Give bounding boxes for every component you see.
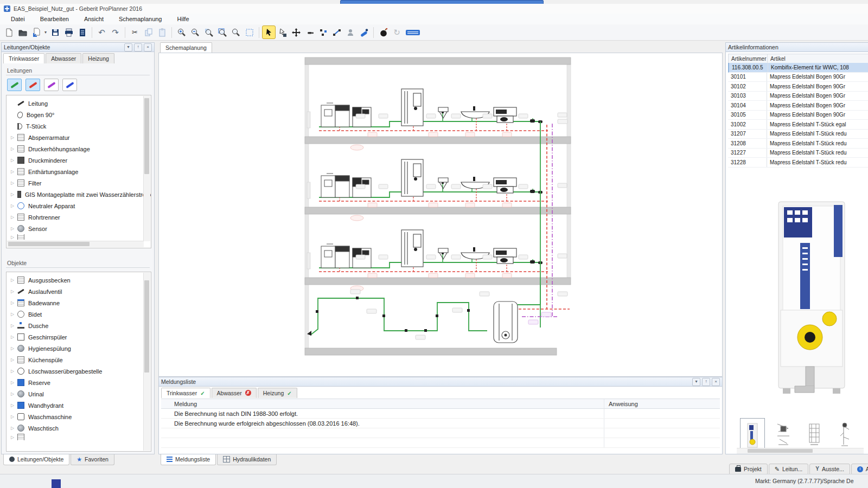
panel-menu-icon[interactable]: ▾: [692, 378, 700, 386]
menu-schemaplanung[interactable]: Schemaplanung: [118, 15, 163, 23]
open-icon[interactable]: [16, 25, 29, 39]
zoom-out-icon[interactable]: [188, 25, 202, 39]
article-row[interactable]: 31208Mapress Edelstahl T-Stück redu: [728, 139, 868, 149]
article-row[interactable]: 30104Mapress Edelstahl Bogen 90Gr: [728, 101, 868, 111]
objects-item-bidet[interactable]: Bidet: [7, 309, 151, 320]
panel-menu-icon[interactable]: ▾: [124, 43, 132, 52]
pipes-item-sensor[interactable]: Sensor: [7, 223, 151, 234]
tab-abwasser[interactable]: Abwasser: [46, 53, 81, 63]
import-dropdown-icon[interactable]: ▾: [43, 25, 48, 39]
cold-water-line-button[interactable]: [7, 79, 22, 91]
panel-close-icon[interactable]: ×: [712, 378, 720, 386]
objects-item-waschtisch[interactable]: Waschtisch: [7, 422, 151, 434]
zoom-region-icon[interactable]: [229, 25, 242, 39]
refresh-icon[interactable]: ↻: [390, 25, 404, 39]
article-row[interactable]: 116.308.00.5Kombifix-Element für WWC, 10…: [728, 63, 868, 73]
menu-bearbeiten[interactable]: Bearbeiten: [39, 15, 70, 23]
heating-line-button[interactable]: [62, 79, 77, 91]
msg-tab-heizung[interactable]: Heizung: [258, 388, 297, 398]
object-pointer-tool-icon[interactable]: [276, 25, 289, 39]
connect-tool-icon[interactable]: [330, 25, 343, 39]
paste-icon[interactable]: [155, 25, 169, 39]
tab-schemaplanung[interactable]: Schemaplanung: [160, 42, 212, 53]
msg-tab-abwasser[interactable]: Abwasser✗: [212, 388, 257, 398]
rotate-tool-icon[interactable]: [343, 25, 357, 39]
zoom-original-icon[interactable]: [202, 25, 215, 39]
objects-item-auslaufventil[interactable]: Auslaufventil: [7, 286, 151, 297]
pipes-item-neutraler-apparat[interactable]: Neutraler Apparat: [7, 200, 151, 211]
menu-ansicht[interactable]: Ansicht: [83, 15, 105, 23]
objects-item-wandhydrant[interactable]: Wandhydrant: [7, 400, 151, 411]
pipes-list-vscrollbar[interactable]: [143, 96, 150, 241]
print-icon[interactable]: [62, 25, 75, 39]
objects-list-vscrollbar[interactable]: [143, 273, 150, 451]
circulation-line-button[interactable]: [44, 79, 59, 91]
bottom-tab-projekt[interactable]: Projekt: [729, 464, 768, 475]
tab-trinkwasser[interactable]: Trinkwasser: [3, 53, 44, 63]
bottom-tab-leitungen[interactable]: ✎Leitun...: [769, 464, 809, 475]
bottom-tab-ausstattung[interactable]: YAusste...: [809, 464, 850, 475]
menu-hilfe[interactable]: Hilfe: [176, 15, 190, 23]
import-icon[interactable]: [29, 25, 43, 39]
zoom-window-icon[interactable]: [242, 25, 256, 39]
article-row[interactable]: 31228Mapress Edelstahl T-Stück redu: [728, 158, 868, 168]
pipe-draw-tool-icon[interactable]: [357, 25, 371, 39]
objects-item-badewanne[interactable]: Badewanne: [7, 297, 151, 309]
copy-icon[interactable]: [142, 25, 155, 39]
pipes-item-partial[interactable]: [7, 234, 151, 240]
objects-item-reserve[interactable]: Reserve: [7, 377, 151, 388]
article-row[interactable]: 30105Mapress Edelstahl Bogen 90Gr: [728, 111, 868, 120]
objects-item-geschirrspueler[interactable]: Geschirrspüler: [7, 331, 151, 343]
panel-pin-icon[interactable]: ↑: [702, 378, 710, 386]
pipes-item-absperrarmatur[interactable]: Absperrarmatur: [7, 132, 151, 143]
pipes-item-filter[interactable]: Filter: [7, 177, 151, 189]
pipes-item-druckerhoehung[interactable]: Druckerhöhungsanlage: [7, 143, 151, 155]
pipes-item-leitung[interactable]: Leitung: [7, 98, 151, 109]
calculate-icon[interactable]: [376, 25, 390, 39]
objects-item-waschmaschine[interactable]: Waschmaschine: [7, 411, 151, 422]
objects-item-hygienespuelung[interactable]: Hygienespülung: [7, 343, 151, 354]
article-row[interactable]: 30102Mapress Edelstahl Bogen 90Gr: [728, 82, 868, 92]
pipes-item-gis-montageplatte[interactable]: GIS Montageplatte mit zwei Wasserzählers…: [7, 189, 151, 200]
msg-tab-trinkwasser[interactable]: Trinkwasser: [161, 388, 210, 398]
pipes-item-rohrtrenner[interactable]: Rohrtrenner: [7, 211, 151, 223]
pipes-item-tstueck[interactable]: T-Stück: [7, 120, 151, 132]
article-row[interactable]: 31002Mapress Edelstahl T-Stück egal: [728, 120, 868, 130]
article-row[interactable]: 31227Mapress Edelstahl T-Stück redu: [728, 149, 868, 158]
bottom-tab-favoriten[interactable]: ★Favoriten: [71, 454, 114, 465]
hot-water-line-button[interactable]: [25, 79, 40, 91]
nodes-tool-icon[interactable]: [316, 25, 330, 39]
article-row[interactable]: 30103Mapress Edelstahl Bogen 90Gr: [728, 92, 868, 101]
objects-item-loeschwasser[interactable]: Löschwasserübergabestelle: [7, 365, 151, 377]
undo-icon[interactable]: ↶: [95, 25, 108, 39]
col-artikel[interactable]: Artikel: [768, 56, 868, 62]
objects-item-dusche[interactable]: Dusche: [7, 320, 151, 331]
bottom-tab-hydraulikdaten[interactable]: Hydraulikdaten: [217, 454, 277, 465]
schematic-canvas[interactable]: [158, 53, 723, 377]
bottom-tab-meldungsliste[interactable]: Meldungsliste: [161, 454, 216, 465]
move-tool-icon[interactable]: [289, 25, 303, 39]
thumbnail-scrollbar[interactable]: [737, 448, 864, 454]
bottom-tab-artikel[interactable]: iArtik...: [851, 464, 868, 475]
objects-item-partial[interactable]: [7, 434, 151, 440]
article-row[interactable]: 31207Mapress Edelstahl T-Stück redu: [728, 130, 868, 139]
report-icon[interactable]: [75, 25, 89, 39]
save-icon[interactable]: [48, 25, 62, 39]
zoom-fit-icon[interactable]: [215, 25, 229, 39]
redo-icon[interactable]: ↷: [108, 25, 122, 39]
pipes-item-druckminderer[interactable]: Druckminderer: [7, 155, 151, 166]
message-row[interactable]: Die Berechnung ist nach DIN 1988-300 erf…: [161, 409, 720, 419]
bottom-tab-leitungen-objekte[interactable]: Leitungen/Objekte: [3, 454, 69, 465]
col-artikelnummer[interactable]: Artikelnummer: [729, 54, 768, 63]
panel-pin-icon[interactable]: ↑: [134, 43, 142, 52]
product-thumbnail-3[interactable]: [802, 418, 826, 452]
panel-close-icon[interactable]: ×: [144, 43, 152, 52]
pipes-list-hscrollbar[interactable]: [7, 241, 144, 247]
zoom-in-icon[interactable]: [175, 25, 188, 39]
product-thumbnail-2[interactable]: [771, 418, 795, 452]
col-anweisung[interactable]: Anweisung: [604, 401, 720, 407]
pipes-item-enthaertung[interactable]: Enthärtungsanlage: [7, 166, 151, 177]
product-thumbnail-4[interactable]: [833, 418, 857, 452]
pointer-tool-icon[interactable]: [262, 25, 276, 39]
objects-item-ausgussbecken[interactable]: Ausgussbecken: [7, 274, 151, 286]
